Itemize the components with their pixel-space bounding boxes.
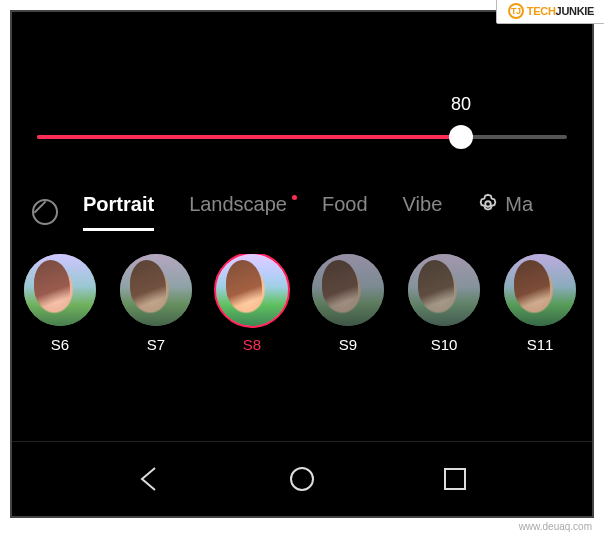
filter-label: S7 — [147, 336, 165, 353]
slider-value-label: 80 — [451, 94, 471, 115]
filter-label: S9 — [339, 336, 357, 353]
nav-recent-icon[interactable] — [440, 464, 470, 494]
intensity-slider[interactable]: 80 — [37, 122, 567, 152]
watermark-brand-junkie: JUNKIE — [556, 5, 595, 17]
filter-thumbnail[interactable] — [24, 254, 96, 326]
filter-label: S10 — [431, 336, 458, 353]
filter-item-s10[interactable]: S10 — [396, 254, 492, 353]
filter-thumbnail[interactable] — [120, 254, 192, 326]
filter-label: S6 — [51, 336, 69, 353]
category-tabs: PortraitLandscapeFoodVibeMa — [12, 187, 592, 237]
filter-strip[interactable]: S6S7S8S9S10S11 — [10, 254, 594, 353]
watermark-logo-icon: TJ — [508, 3, 524, 19]
filter-item-s6[interactable]: S6 — [12, 254, 108, 353]
watermark-brand-tech: TECH — [527, 5, 556, 17]
no-filter-icon[interactable] — [32, 199, 58, 225]
nav-back-icon[interactable] — [135, 464, 165, 494]
tab-indicator-dot — [292, 195, 297, 200]
filter-thumbnail[interactable] — [504, 254, 576, 326]
android-navbar — [12, 441, 592, 516]
source-url: www.deuaq.com — [519, 521, 592, 532]
filter-item-s9[interactable]: S9 — [300, 254, 396, 353]
watermark-techjunkie: TJ TECHJUNKIE — [496, 0, 604, 24]
slider-thumb[interactable] — [449, 125, 473, 149]
tab-ma[interactable]: Ma — [505, 193, 533, 228]
settings-gear-icon[interactable] — [477, 193, 499, 215]
filter-item-s11[interactable]: S11 — [492, 254, 588, 353]
svg-rect-2 — [445, 469, 465, 489]
filter-thumbnail[interactable] — [216, 254, 288, 326]
svg-point-1 — [291, 468, 313, 490]
filter-item-s8[interactable]: S8 — [204, 254, 300, 353]
svg-point-0 — [486, 201, 492, 207]
tab-portrait[interactable]: Portrait — [83, 193, 154, 231]
filter-thumbnail[interactable] — [408, 254, 480, 326]
slider-fill — [37, 135, 461, 139]
tab-landscape[interactable]: Landscape — [189, 193, 287, 228]
tab-food[interactable]: Food — [322, 193, 368, 228]
filter-label: S8 — [243, 336, 261, 353]
filter-item-s7[interactable]: S7 — [108, 254, 204, 353]
filter-thumbnail[interactable] — [312, 254, 384, 326]
filter-label: S11 — [527, 336, 554, 353]
app-screen: 80 PortraitLandscapeFoodVibeMa S6S7S8S9S… — [10, 10, 594, 518]
tab-vibe[interactable]: Vibe — [403, 193, 443, 228]
nav-home-icon[interactable] — [287, 464, 317, 494]
